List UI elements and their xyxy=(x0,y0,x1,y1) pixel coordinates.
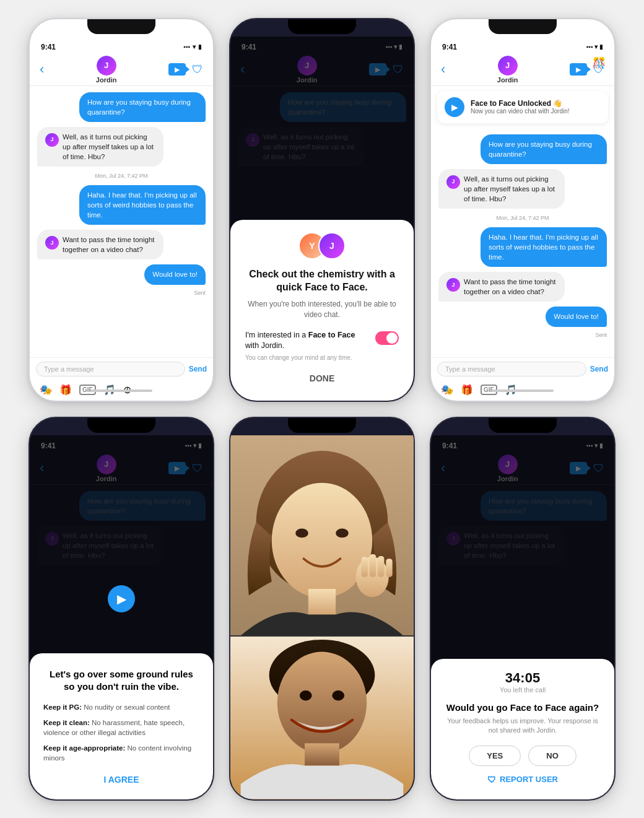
ftf-banner-icon: ▶ xyxy=(445,97,464,117)
nav-name-1: Jordin xyxy=(96,76,117,84)
recv-text-3-1: Well, as it turns out picking up after m… xyxy=(464,174,557,204)
bubble-sent-3: Would love to! xyxy=(144,264,206,284)
status-icons-3: ▪▪▪ ▾ ▮ xyxy=(586,43,603,50)
nav-center-1: J Jordin xyxy=(44,56,168,84)
shield-icon-1[interactable]: 🛡 xyxy=(192,63,203,76)
no-button[interactable]: NO xyxy=(528,746,577,766)
modal-toggle-label: I'm interested in a Face to Face with Jo… xyxy=(245,330,375,352)
svg-rect-9 xyxy=(378,555,384,577)
screen-1: 9:41 ▪▪▪ ▾ ▮ ‹ J Jordin ▶ 🛡 xyxy=(30,37,213,401)
bubble-sent-3-1: How are you staying busy during quaranti… xyxy=(481,134,607,164)
rule-pg: Keep it PG: No nudity or sexual content xyxy=(43,702,199,712)
status-bar-1: 9:41 ▪▪▪ ▾ ▮ xyxy=(30,37,213,54)
modal-subtitle: When you're both interested, you'll be a… xyxy=(245,299,399,320)
notch-5 xyxy=(288,418,356,433)
ftf-unlocked-banner: ▶ Face to Face Unlocked 👋 Now you can vi… xyxy=(437,91,608,123)
svg-rect-16 xyxy=(305,743,339,765)
avatar-jordin-3: J xyxy=(498,56,518,76)
ground-rules-modal: Let's go over some ground rules so you d… xyxy=(30,653,213,799)
phone-2: 9:41 ▪▪▪ ▾ ▮ ‹ J Jordin ▶ 🛡 xyxy=(229,18,415,402)
svg-point-3 xyxy=(295,528,308,537)
svg-point-4 xyxy=(336,528,349,537)
video-call-icon-1[interactable]: ▶ xyxy=(168,63,186,76)
timestamp-3: Mon, Jul 24, 7:42 PM xyxy=(438,215,607,221)
status-time-3: 9:41 xyxy=(442,43,457,51)
left-call-text: You left the call xyxy=(445,686,601,694)
message-input-1[interactable]: Type a message xyxy=(36,362,185,376)
nav-actions-1: ▶ 🛡 xyxy=(168,63,203,76)
back-button-3[interactable]: ‹ xyxy=(441,63,445,76)
shield-report-icon: 🛡 xyxy=(487,775,496,785)
nav-center-3: J Jordin xyxy=(445,56,570,84)
modal-toggle-sublabel: You can change your mind at any time. xyxy=(245,354,399,361)
modal-toggle-row: I'm interested in a Face to Face with Jo… xyxy=(245,330,399,352)
modal-avatars: Y J xyxy=(245,232,399,259)
bubble-recv-1: J Well, as it turns out picking up after… xyxy=(37,127,163,167)
bubble-sent-1: How are you staying busy during quaranti… xyxy=(79,92,206,122)
report-user-label: REPORT USER xyxy=(500,775,558,784)
video-call-screen: 🎤 📷 🔄 📞 END Face to Face with Jordin xyxy=(230,435,414,799)
phones-grid: 9:41 ▪▪▪ ▾ ▮ ‹ J Jordin ▶ 🛡 xyxy=(28,18,616,801)
face-to-face-modal: Y J Check out the chemistry with a quick… xyxy=(230,220,414,400)
phone-5: 🎤 📷 🔄 📞 END Face to Face with Jordin xyxy=(229,417,415,801)
home-indicator-3 xyxy=(431,387,614,396)
svg-point-15 xyxy=(332,690,344,700)
screen-5: 🎤 📷 🔄 📞 END Face to Face with Jordin xyxy=(230,435,414,799)
confetti-decor: 🎊 xyxy=(592,56,606,70)
recv-text-1: Well, as it turns out picking up after m… xyxy=(63,132,155,162)
battery-icon: ▮ xyxy=(198,43,202,50)
post-call-buttons: YES NO xyxy=(445,746,601,766)
home-indicator-1 xyxy=(30,387,213,396)
notch-4 xyxy=(87,418,155,433)
modal-avatar-female: J xyxy=(318,232,346,259)
video-icon-inner: ▶ xyxy=(117,591,126,606)
rules-overlay: ▶ Let's go over some ground rules so you… xyxy=(30,435,213,799)
screen-3: 9:41 ▪▪▪ ▾ ▮ ‹ J Jordin ▶ 🛡 xyxy=(431,37,614,401)
post-call-overlay: 34:05 You left the call Would you go Fac… xyxy=(431,435,614,799)
recv-avatar-2: J xyxy=(45,236,59,250)
recv-text-3-2: Want to pass the time tonight together o… xyxy=(464,277,557,297)
send-button-3[interactable]: Send xyxy=(590,365,608,373)
avatar-jordin-1: J xyxy=(97,56,116,76)
rule-age: Keep it age-appropriate: No content invo… xyxy=(43,743,199,763)
status-bar-3: 9:41 ▪▪▪ ▾ ▮ xyxy=(431,37,614,54)
svg-rect-8 xyxy=(370,554,376,577)
nav-bar-3: ‹ J Jordin ▶ 🛡 xyxy=(431,54,614,86)
timestamp-1: Mon, Jul 24, 7:42 PM xyxy=(37,173,206,179)
recv-avatar-3-2: J xyxy=(446,278,460,292)
status-time-1: 9:41 xyxy=(41,43,56,51)
message-input-3[interactable]: Type a message xyxy=(437,362,586,376)
modal-overlay-2: Y J Check out the chemistry with a quick… xyxy=(230,37,414,401)
phone-6: 9:41 ▪▪▪ ▾ ▮ ‹ J Jordin ▶ 🛡 xyxy=(430,417,616,801)
ftf-banner-text: Face to Face Unlocked 👋 Now you can vide… xyxy=(471,99,601,115)
chat-area-3: How are you staying busy during quaranti… xyxy=(431,128,614,357)
send-button-1[interactable]: Send xyxy=(189,365,207,373)
recv-text-2: Want to pass the time tonight together o… xyxy=(63,235,155,255)
nav-avatar-3: J xyxy=(498,56,518,76)
yes-button[interactable]: YES xyxy=(469,746,521,766)
wifi-icon: ▾ xyxy=(193,43,196,50)
chat-area-1: How are you staying busy during quaranti… xyxy=(30,86,213,357)
post-call-question: Would you go Face to Face again? xyxy=(445,702,601,713)
back-button-1[interactable]: ‹ xyxy=(40,63,44,76)
phone-1: 9:41 ▪▪▪ ▾ ▮ ‹ J Jordin ▶ 🛡 xyxy=(28,18,214,402)
modal-done-button[interactable]: DONE xyxy=(245,370,399,383)
svg-rect-10 xyxy=(386,559,392,577)
video-self-male xyxy=(230,635,414,799)
agree-button[interactable]: I AGREE xyxy=(43,775,199,785)
bubble-recv-2: J Want to pass the time tonight together… xyxy=(37,230,163,259)
bubble-sent-3-3: Would love to! xyxy=(546,307,607,326)
bubble-recv-3-2: J Want to pass the time tonight together… xyxy=(438,272,565,302)
recv-avatar-3-1: J xyxy=(446,175,460,189)
face-to-face-toggle[interactable] xyxy=(375,331,399,345)
recv-avatar-1: J xyxy=(45,133,59,147)
ftf-banner-title: Face to Face Unlocked 👋 xyxy=(471,99,601,108)
svg-point-14 xyxy=(300,690,312,700)
post-call-modal: 34:05 You left the call Would you go Fac… xyxy=(431,659,614,799)
report-user-button[interactable]: 🛡 REPORT USER xyxy=(445,775,601,785)
screen-6: 9:41 ▪▪▪ ▾ ▮ ‹ J Jordin ▶ 🛡 xyxy=(431,435,614,799)
input-bar-1: Type a message Send xyxy=(30,357,213,380)
phone-4: 9:41 ▪▪▪ ▾ ▮ ‹ J Jordin ▶ 🛡 xyxy=(28,417,214,801)
video-call-icon-3[interactable]: ▶ xyxy=(570,63,587,76)
notch-6 xyxy=(489,418,557,433)
